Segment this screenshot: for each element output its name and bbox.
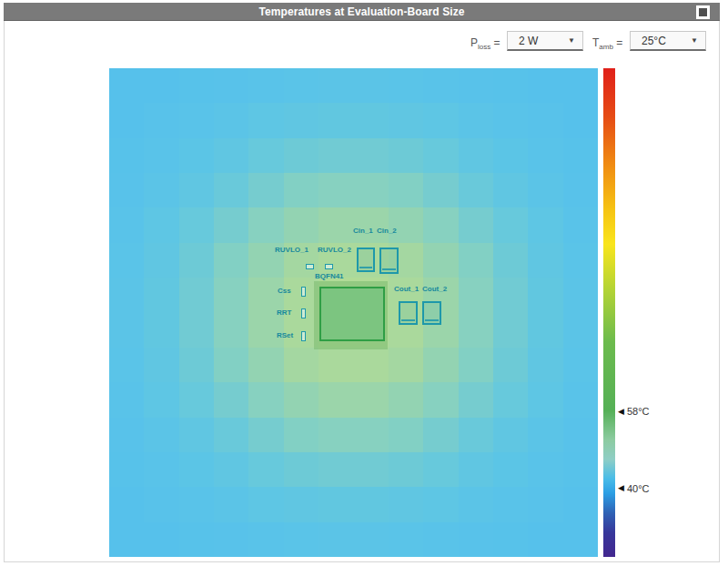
heatmap-cell: [459, 418, 493, 452]
heatmap-cell: [389, 173, 423, 207]
heatmap-cell: [563, 382, 598, 417]
page: Temperatures at Evaluation-Board Size Pl…: [0, 0, 728, 566]
heatmap-cell: [459, 348, 493, 382]
tamb-dropdown[interactable]: 25°C ▼: [630, 31, 706, 51]
heatmap-cell: [389, 348, 423, 382]
maximize-icon[interactable]: [696, 5, 710, 19]
heatmap-cell: [459, 173, 493, 207]
heatmap-cell: [144, 173, 178, 207]
heatmap-cell: [214, 278, 248, 312]
heatmap-cell: [214, 243, 248, 278]
heatmap-cell: [528, 522, 562, 557]
heatmap-cell: [423, 278, 458, 312]
heatmap-cell: [318, 173, 353, 207]
heatmap-cell: [109, 487, 144, 521]
heatmap-cell: [528, 68, 562, 103]
heatmap-cell: [389, 103, 423, 137]
heatmap-cell: [423, 173, 458, 207]
heatmap-cell: [248, 68, 283, 103]
heatmap-cell: [493, 313, 528, 348]
heatmap-cell: [389, 207, 423, 242]
heatmap-cell: [284, 382, 318, 417]
heatmap-cell: [389, 452, 423, 487]
heatmap-cell: [179, 313, 214, 348]
heatmap-cell: [214, 173, 248, 207]
heatmap-cell: [284, 348, 318, 382]
heatmap-cell: [354, 487, 389, 521]
heatmap-cell: [423, 348, 458, 382]
tamb-value: 25°C: [642, 35, 666, 47]
heatmap-cell: [423, 487, 458, 521]
heatmap-cell: [179, 418, 214, 452]
window-title: Temperatures at Evaluation-Board Size: [258, 5, 464, 18]
heatmap-cell: [179, 207, 214, 242]
heatmap-cell: [563, 103, 598, 137]
heatmap-cell: [248, 138, 283, 173]
heatmap-cell: [493, 173, 528, 207]
heatmap-cell: [214, 207, 248, 242]
heatmap-cell: [528, 452, 562, 487]
heatmap-cell: [109, 452, 144, 487]
heatmap-cell: [214, 68, 248, 103]
heatmap-cell: [493, 68, 528, 103]
heatmap-cell: [248, 103, 283, 137]
heatmap-cell: [318, 278, 353, 312]
heatmap-cell: [354, 138, 389, 173]
heatmap-cell: [459, 487, 493, 521]
heatmap-cell: [179, 487, 214, 521]
heatmap-cell: [389, 243, 423, 278]
heatmap-cell: [284, 103, 318, 137]
heatmap-cell: [109, 382, 144, 417]
heatmap-cell: [493, 207, 528, 242]
heatmap-cell: [354, 207, 389, 242]
heatmap-cell: [214, 487, 248, 521]
ploss-dropdown[interactable]: 2 W ▼: [507, 31, 583, 51]
marker-temperature-label: 40°C: [627, 483, 650, 494]
heatmap-cell: [318, 348, 353, 382]
heatmap-cell: [528, 138, 562, 173]
heatmap-cell: [354, 418, 389, 452]
heatmap-cell: [284, 452, 318, 487]
heatmap-cell: [144, 138, 178, 173]
chevron-down-icon: ▼: [568, 36, 575, 45]
heatmap-cell: [459, 207, 493, 242]
heatmap-cell: [284, 138, 318, 173]
heatmap-cell: [109, 138, 144, 173]
marker-triangle-icon: ◀: [618, 484, 624, 492]
heatmap-cell: [179, 382, 214, 417]
thermal-heatmap: [109, 68, 598, 557]
heatmap-cell: [214, 103, 248, 137]
heatmap-cell: [389, 418, 423, 452]
heatmap-cell: [109, 207, 144, 242]
heatmap-cell: [109, 173, 144, 207]
heatmap-cell: [493, 382, 528, 417]
heatmap-cell: [389, 138, 423, 173]
heatmap-cell: [563, 418, 598, 452]
heatmap-cell: [459, 243, 493, 278]
heatmap-cell: [354, 68, 389, 103]
ploss-label-sub: loss: [478, 43, 490, 51]
heatmap-cell: [493, 452, 528, 487]
heatmap-cell: [248, 173, 283, 207]
heatmap-cell: [284, 278, 318, 312]
heatmap-cell: [284, 418, 318, 452]
heatmap-cell: [318, 138, 353, 173]
heatmap-cell: [389, 522, 423, 557]
heatmap-cell: [459, 278, 493, 312]
heatmap-cell: [389, 487, 423, 521]
heatmap-cell: [459, 452, 493, 487]
heatmap-cell: [179, 243, 214, 278]
heatmap-cell: [109, 68, 144, 103]
heatmap-cell: [109, 522, 144, 557]
heatmap-cell: [144, 243, 178, 278]
heatmap-cell: [179, 522, 214, 557]
heatmap-cell: [528, 487, 562, 521]
heatmap-cell: [563, 138, 598, 173]
heatmap-cell: [144, 487, 178, 521]
heatmap-cell: [354, 452, 389, 487]
heatmap-cell: [493, 103, 528, 137]
heatmap-cell: [144, 452, 178, 487]
heatmap-cell: [248, 418, 283, 452]
heatmap-cell: [423, 313, 458, 348]
heatmap-cell: [354, 313, 389, 348]
